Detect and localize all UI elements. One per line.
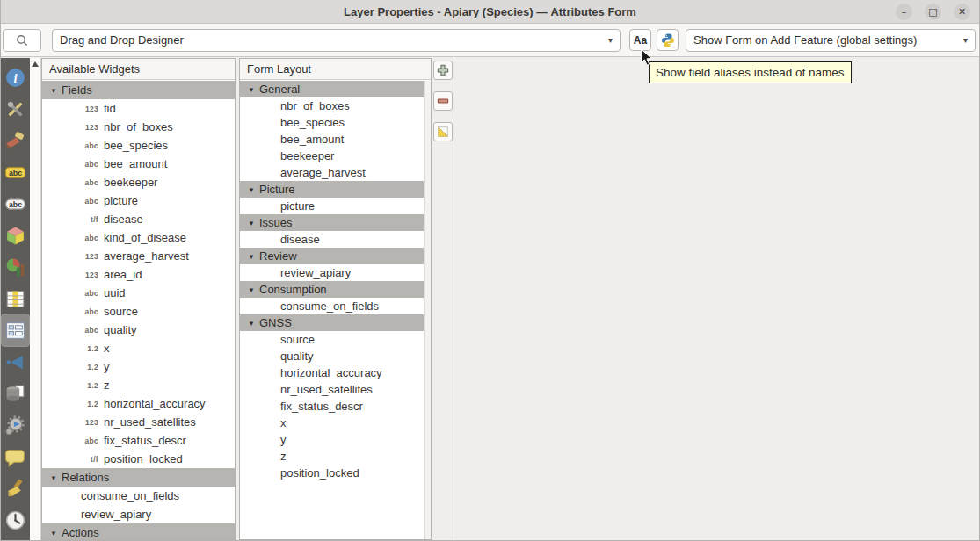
widget-item-x[interactable]: 1.2x (42, 339, 235, 357)
editor-layout-select[interactable]: Drag and Drop Designer ▾ (52, 29, 621, 52)
widget-item-fix-status-descr[interactable]: abcfix_status_descr (42, 431, 235, 450)
widget-item-nbr-of-boxes[interactable]: 123nbr_of_boxes (42, 118, 235, 136)
group-row-actions[interactable]: ▾Actions (42, 523, 235, 539)
sidebar-tab-rendering[interactable] (2, 472, 29, 504)
layout-item-source[interactable]: source (240, 331, 424, 348)
expand-collapse-icon[interactable]: ▾ (245, 252, 258, 261)
expand-collapse-icon[interactable]: ▾ (47, 529, 60, 537)
tooltip: Show field aliases instead of names (649, 61, 852, 83)
layout-item-bee-amount[interactable]: bee_amount (240, 131, 424, 148)
item-label: z (104, 379, 110, 392)
svg-text:i: i (13, 70, 17, 84)
widget-item-review-apiary[interactable]: review_apiary (42, 505, 235, 523)
minimize-button[interactable]: – (896, 4, 912, 20)
layout-item-review-apiary[interactable]: review_apiary (240, 264, 424, 281)
sidebar-scrollbar[interactable] (30, 58, 41, 540)
sidebar-tab-auxiliary-storage[interactable] (2, 378, 29, 409)
widget-item-area-id[interactable]: 123area_id (42, 265, 235, 284)
sidebar-tab-masks[interactable]: abc (2, 188, 29, 220)
add-container-button[interactable] (433, 61, 453, 80)
layout-item-position-locked[interactable]: position_locked (240, 465, 424, 481)
widget-item-bee-amount[interactable]: abcbee_amount (42, 155, 235, 173)
widget-item-horizontal-accuracy[interactable]: 1.2horizontal_accuracy (42, 394, 235, 413)
sidebar-tab-3d-view[interactable] (2, 220, 29, 251)
group-row-issues[interactable]: ▾Issues (240, 214, 424, 231)
layout-item-fix-status-descr[interactable]: fix_status_descr (240, 398, 424, 415)
sidebar-tab-source[interactable] (2, 93, 29, 125)
expand-collapse-icon[interactable]: ▾ (47, 473, 60, 482)
layout-item-bee-species[interactable]: bee_species (240, 114, 424, 131)
field-type-icon: abc (69, 197, 104, 206)
widget-item-uuid[interactable]: abcuuid (42, 284, 235, 302)
widget-item-fid[interactable]: 123fid (42, 99, 235, 118)
sidebar-tab-joins[interactable] (2, 346, 29, 378)
sidebar-tab-attributes-form[interactable] (2, 314, 29, 346)
group-row-fields[interactable]: ▾Fields (42, 81, 235, 99)
scroll-up-icon[interactable] (32, 61, 39, 67)
widget-item-position-locked[interactable]: t/fposition_locked (42, 450, 235, 468)
widget-item-average-harvest[interactable]: 123average_harvest (42, 247, 235, 265)
widget-item-bee-species[interactable]: abcbee_species (42, 136, 235, 155)
widget-item-nr-used-satellites[interactable]: 123nr_used_satellites (42, 413, 235, 431)
group-row-general[interactable]: ▾General (240, 81, 424, 97)
form-layout-scrollbar[interactable] (424, 81, 431, 539)
layout-item-quality[interactable]: quality (240, 348, 424, 364)
widget-item-z[interactable]: 1.2z (42, 376, 235, 394)
group-row-relations[interactable]: ▾Relations (42, 468, 235, 487)
remove-item-button[interactable] (433, 91, 453, 111)
search-icon (16, 34, 28, 47)
group-row-gnss[interactable]: ▾GNSS (240, 314, 424, 331)
layout-item-y[interactable]: y (240, 431, 424, 448)
widget-item-beekeeper[interactable]: abcbeekeeper (42, 173, 235, 191)
widget-item-source[interactable]: abcsource (42, 302, 235, 321)
layout-item-z[interactable]: z (240, 448, 424, 465)
titlebar[interactable]: Layer Properties - Apiary (Species) — At… (1, 0, 979, 24)
python-init-code-button[interactable] (657, 29, 679, 51)
expand-collapse-icon[interactable]: ▾ (47, 86, 60, 95)
svg-text:abc: abc (9, 200, 22, 209)
layout-item-x[interactable]: x (240, 415, 424, 431)
sidebar-tab-actions[interactable] (2, 409, 29, 441)
close-button[interactable]: ✕ (954, 4, 970, 20)
layout-item-beekeeper[interactable]: beekeeper (240, 148, 424, 164)
expand-collapse-icon[interactable]: ▾ (245, 185, 258, 194)
widget-item-disease[interactable]: t/fdisease (42, 210, 235, 228)
group-row-review[interactable]: ▾Review (240, 248, 424, 264)
show-aliases-toggle-button[interactable]: Aa (629, 29, 651, 51)
group-label: Actions (60, 526, 99, 539)
sidebar-tab-information[interactable]: i (2, 61, 29, 93)
group-row-picture[interactable]: ▾Picture (240, 181, 424, 198)
expand-collapse-icon[interactable]: ▾ (245, 319, 258, 328)
diagrams-icon (4, 256, 26, 278)
group-row-consumption[interactable]: ▾Consumption (240, 281, 424, 298)
fields-icon (4, 288, 26, 310)
sidebar-tab-temporal[interactable] (2, 504, 29, 536)
search-input[interactable] (3, 29, 41, 52)
layout-item-nbr-of-boxes[interactable]: nbr_of_boxes (240, 97, 424, 114)
expand-collapse-icon[interactable]: ▾ (245, 285, 258, 294)
expand-collapse-icon[interactable]: ▾ (245, 85, 258, 94)
style-container-button[interactable] (433, 122, 453, 141)
item-label: y (280, 433, 287, 446)
sidebar-tab-variables[interactable] (2, 536, 29, 540)
layout-item-consume-on-fields[interactable]: consume_on_fields (240, 298, 424, 314)
expand-collapse-icon[interactable]: ▾ (245, 219, 258, 227)
show-form-on-add-select[interactable]: Show Form on Add Feature (global setting… (686, 29, 976, 52)
maximize-button[interactable]: □ (925, 4, 941, 20)
widget-item-consume-on-fields[interactable]: consume_on_fields (42, 487, 235, 505)
sidebar-tab-diagrams[interactable] (2, 251, 29, 283)
sidebar-tab-fields[interactable] (2, 283, 29, 314)
widget-item-quality[interactable]: abcquality (42, 321, 235, 339)
layout-item-disease[interactable]: disease (240, 231, 424, 248)
layout-item-nr-used-satellites[interactable]: nr_used_satellites (240, 381, 424, 398)
sidebar-tab-labels[interactable]: abc (2, 156, 29, 188)
layout-item-picture[interactable]: picture (240, 198, 424, 214)
sidebar-tab-symbology[interactable] (2, 125, 29, 156)
layout-item-average-harvest[interactable]: average_harvest (240, 164, 424, 181)
sidebar-tab-display[interactable] (2, 441, 29, 472)
widget-item-picture[interactable]: abcpicture (42, 191, 235, 210)
widget-item-y[interactable]: 1.2y (42, 357, 235, 376)
layout-item-horizontal-accuracy[interactable]: horizontal_accuracy (240, 364, 424, 381)
field-type-icon: abc (69, 436, 104, 445)
widget-item-kind-of-disease[interactable]: abckind_of_disease (42, 228, 235, 247)
